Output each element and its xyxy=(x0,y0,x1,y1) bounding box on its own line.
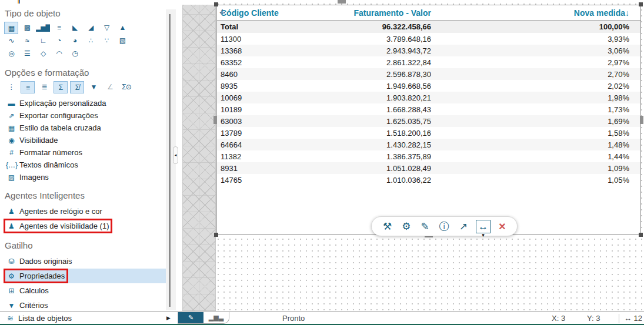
settings-gear-icon[interactable]: ⚙ xyxy=(400,220,412,233)
cell-codigo: 64664 xyxy=(217,140,326,149)
chart-preview-tab[interactable]: ▂▆▃ xyxy=(203,312,229,323)
cell-nova-medida: 2,70% xyxy=(435,70,635,79)
coord-y-value: Y: 3 xyxy=(587,314,600,323)
sum-format-icon[interactable]: Σ xyxy=(54,81,68,93)
funnel-chart-icon[interactable]: ▽ xyxy=(99,22,114,34)
target-chart-icon[interactable]: ◎ xyxy=(4,48,18,60)
cell-faturamento: 3.789.648,16 xyxy=(326,35,435,43)
selection-handle-right[interactable] xyxy=(640,116,643,124)
menu-item-label: Explicação personalizada xyxy=(19,99,106,108)
selection-handle-top[interactable] xyxy=(338,0,346,4)
design-tab[interactable]: ✎ xyxy=(178,312,203,323)
wrench-icon[interactable]: ⚒ xyxy=(381,220,393,233)
pivot-table-icon[interactable]: ▩ xyxy=(20,22,34,34)
crosstab-style-item[interactable]: ▦Estilo da tabela cruzada xyxy=(4,122,166,134)
original-data-item[interactable]: ⛁Dados originais xyxy=(4,254,166,269)
properties-item[interactable]: ⚙Propriedades xyxy=(4,269,166,283)
filter-sort-icon[interactable]: ▼ xyxy=(86,81,101,93)
cell-faturamento: 2.596.878,30 xyxy=(326,70,435,79)
table-icon[interactable]: ▦ xyxy=(4,22,18,34)
menu-item-label: Textos dinâmicos xyxy=(19,160,78,169)
menu-item-icon: ♟ xyxy=(6,207,17,216)
edit-pencil-icon[interactable]: ✎ xyxy=(419,220,431,233)
cell-nova-medida: 3,06% xyxy=(435,46,635,55)
resize-diagonal-icon[interactable]: ↗ xyxy=(458,220,469,233)
sum-slash-icon[interactable]: Σ̸ xyxy=(70,81,84,93)
step-line-chart-icon[interactable]: ∟ xyxy=(36,35,50,47)
visibility-item[interactable]: ◉Visibilidade xyxy=(4,134,166,146)
column-header-codigo-cliente[interactable]: Código Cliente xyxy=(217,8,326,18)
sidebar: Tipo de objeto ▦▩▂▅▇≡◣◢▽▲∿≈∟◔◕∴∵▧◎☰◇◠◷ O… xyxy=(0,0,166,311)
selection-handle-top-right[interactable] xyxy=(639,2,643,6)
menu-item-icon: ▼ xyxy=(6,301,17,310)
cell-nova-medida: 1,09% xyxy=(435,164,635,173)
group-align-icon[interactable]: ≡ xyxy=(21,81,35,93)
cell-codigo: 10189 xyxy=(217,105,326,114)
sidebar-scrollbar-thumb[interactable] xyxy=(169,14,171,307)
clock-color-agents-item[interactable]: ♟Agentes de relógio e cor xyxy=(4,204,166,219)
sum-options-icon[interactable]: Σ⊙ xyxy=(119,81,134,93)
selection-handle-left[interactable] xyxy=(213,116,217,124)
table-row: 64664 1.430.282,15 1,48% xyxy=(217,139,640,150)
table-row: 10189 1.668.288,43 1,73% xyxy=(217,103,640,115)
export-settings-item[interactable]: ⇗Exportar configurações xyxy=(4,109,166,122)
spline-chart-icon[interactable]: ≈ xyxy=(20,35,34,47)
legend-list-icon[interactable]: ☰ xyxy=(20,48,34,60)
menu-item-label: Agentes de visibilidade (1) xyxy=(19,222,109,230)
polygon-chart-icon[interactable]: ◇ xyxy=(36,48,50,60)
cell-faturamento: 1.010.036,22 xyxy=(326,176,435,185)
section-title-trigger: Gatilho xyxy=(5,240,166,250)
cell-faturamento: 1.668.288,43 xyxy=(326,105,435,114)
area-chart-icon[interactable]: ◣ xyxy=(68,22,82,34)
group-move-icon[interactable]: ≣ xyxy=(37,81,51,93)
table-header-row: Código Cliente Faturamento - Valor Nova … xyxy=(217,5,640,21)
pyramid-chart-icon[interactable]: ▲ xyxy=(115,22,129,34)
agents-menu: ♟Agentes de relógio e cor ♟Agentes de vi… xyxy=(4,204,166,233)
crosstab-object[interactable]: Código Cliente Faturamento - Valor Nova … xyxy=(216,5,641,235)
scatter-chart-icon[interactable]: ∴ xyxy=(84,35,98,47)
section-title-options: Opções e formatação xyxy=(5,68,166,78)
menu-item-icon: ▬ xyxy=(6,99,17,108)
info-icon[interactable]: ⓘ xyxy=(438,220,451,233)
fit-width-icon[interactable]: ↔ xyxy=(476,220,490,233)
format-numbers-item[interactable]: #Formatar números xyxy=(4,146,166,159)
object-type-icon-grid: ▦▩▂▅▇≡◣◢▽▲∿≈∟◔◕∴∵▧◎☰◇◠◷ xyxy=(4,22,166,61)
bubble-chart-icon[interactable]: ∵ xyxy=(99,35,114,47)
selection-handle-bottom-left[interactable] xyxy=(214,233,218,237)
step-chart-icon[interactable]: ◢ xyxy=(84,22,98,34)
calculations-item[interactable]: ⊞Cálculos xyxy=(4,283,166,298)
cell-faturamento: 2.943.943,72 xyxy=(326,46,435,55)
clipped-toolbar-icon xyxy=(18,0,20,4)
object-list-footer[interactable]: ≋ Lista de objetos ▶ xyxy=(0,311,176,324)
images-item[interactable]: ▨Imagens xyxy=(4,171,166,183)
cell-codigo: 8935 xyxy=(217,82,326,91)
axis-chart-icon[interactable]: ∠ xyxy=(103,81,117,93)
panel-collapse-handle[interactable]: ◂ xyxy=(173,146,178,164)
column-header-nova-medida[interactable]: Nova medida↓ xyxy=(435,8,635,18)
criteria-item[interactable]: ▼Critérios xyxy=(4,298,166,311)
table-row: 8460 2.596.878,30 2,70% xyxy=(217,68,640,80)
semaphore-icon[interactable]: ⋮ xyxy=(4,81,18,93)
map-chart-icon[interactable]: ▧ xyxy=(115,35,129,47)
column-chart-icon[interactable]: ▂▅▇ xyxy=(36,22,50,34)
cell-codigo: 8460 xyxy=(217,70,326,79)
selection-handle-bottom-right[interactable] xyxy=(639,233,643,237)
cell-nova-medida: 1,73% xyxy=(435,105,635,114)
line-chart-icon[interactable]: ∿ xyxy=(4,35,18,47)
menu-item-label: Cálculos xyxy=(19,286,49,295)
menu-item-icon: ♟ xyxy=(6,222,17,230)
delete-icon[interactable]: × xyxy=(497,219,508,233)
pie-chart-icon[interactable]: ◔ xyxy=(52,35,66,47)
dynamic-texts-item[interactable]: {…}Textos dinâmicos xyxy=(4,159,166,171)
total-value: 96.322.458,66 xyxy=(326,22,435,31)
column-header-faturamento-valor[interactable]: Faturamento - Valor xyxy=(326,8,435,18)
expand-right-icon[interactable]: ▶ xyxy=(166,315,171,321)
custom-explanation-item[interactable]: ▬Explicação personalizada xyxy=(4,97,166,109)
doughnut-chart-icon[interactable]: ◕ xyxy=(68,35,82,47)
cell-faturamento: 2.861.322,84 xyxy=(326,58,435,67)
cell-nova-medida: 1,48% xyxy=(435,140,635,149)
visibility-agents-item[interactable]: ♟Agentes de visibilidade (1) xyxy=(4,219,166,233)
bar-chart-icon[interactable]: ≡ xyxy=(52,22,66,34)
gauge-icon[interactable]: ◷ xyxy=(68,48,82,60)
speedometer-icon[interactable]: ◠ xyxy=(52,48,66,60)
